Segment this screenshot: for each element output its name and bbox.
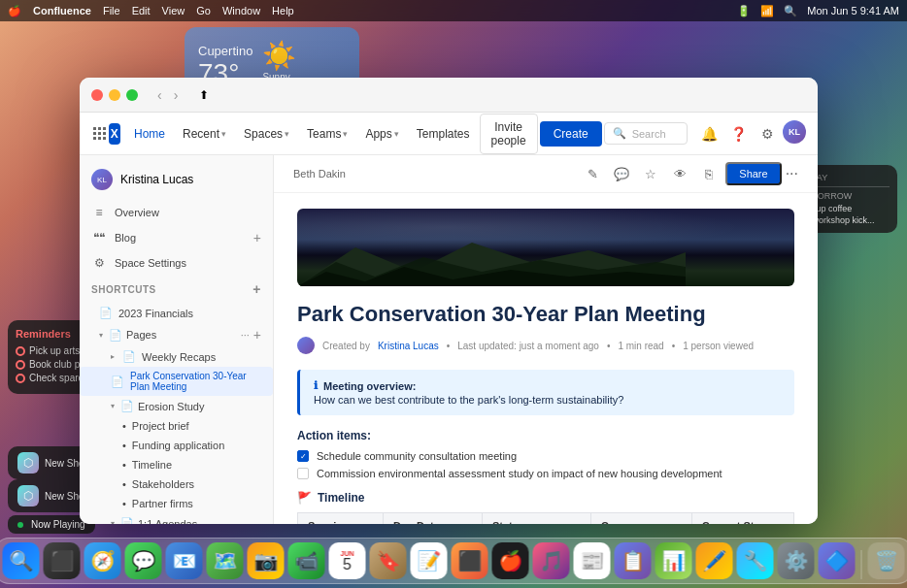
sidebar-overview[interactable]: ≡ Overview <box>80 200 273 225</box>
dock-arc[interactable]: 🔷 <box>819 542 856 579</box>
app-grid-button[interactable] <box>91 120 107 147</box>
sidebar-park-conservation[interactable]: 📄 Park Conservation 30-Year Plan Meeting <box>80 367 273 396</box>
nav-recent[interactable]: Recent ▾ <box>175 121 234 147</box>
settings-button[interactable]: ⚙ <box>754 120 781 147</box>
forward-arrow[interactable]: › <box>170 85 183 105</box>
nav-templates[interactable]: Templates <box>409 121 478 147</box>
nav-teams[interactable]: Teams ▾ <box>299 121 355 147</box>
menu-file[interactable]: File <box>103 5 120 16</box>
dock-music[interactable]: 🎵 <box>533 542 570 579</box>
sidebar-space-settings[interactable]: ⚙ Space Settings <box>80 250 273 276</box>
edit-icon[interactable]: ✎ <box>580 161 605 186</box>
pages-expand-arrow: ▾ <box>99 331 103 340</box>
sidebar-financials[interactable]: 📄 2023 Financials <box>80 303 273 323</box>
dock-systemprefs[interactable]: ⚙️ <box>778 542 815 579</box>
dock-mango[interactable]: ⬛ <box>452 542 488 579</box>
minimize-button[interactable] <box>109 89 120 101</box>
dock: 🔍 ⬛ 🧭 💬 📧 🗺️ 📷 📹 JUN 5 🔖 📝 ⬛ 🍎 🎵 📰 📋 📊 🖊… <box>0 538 907 584</box>
recent-chevron: ▾ <box>221 129 226 139</box>
dock-launchpad[interactable]: ⬛ <box>44 542 81 579</box>
copy-icon[interactable]: ⎘ <box>696 161 722 186</box>
user-avatar[interactable]: KL <box>783 120 806 144</box>
search-box[interactable]: 🔍 Search <box>604 122 688 145</box>
dock-facetime[interactable]: 📹 <box>288 542 325 579</box>
teams-chevron: ▾ <box>343 129 348 139</box>
create-button[interactable]: Create <box>540 121 602 147</box>
nav-spaces[interactable]: Spaces ▾ <box>236 121 297 147</box>
dock-reminders[interactable]: 📝 <box>411 542 448 579</box>
maximize-button[interactable] <box>126 89 138 101</box>
watch-icon[interactable]: 👁 <box>667 161 692 186</box>
reminder-circle-3 <box>16 374 25 383</box>
agendas-icon: 📄 <box>120 517 134 524</box>
notifications-button[interactable]: 🔔 <box>695 120 722 147</box>
hero-mountains-svg <box>297 243 686 286</box>
more-options-button[interactable]: ··· <box>786 165 798 182</box>
menu-edit[interactable]: Edit <box>132 5 151 16</box>
table-header-status: Status <box>482 513 590 525</box>
help-button[interactable]: ❓ <box>724 120 752 147</box>
dock-numbers[interactable]: 📊 <box>655 542 692 579</box>
back-arrow[interactable]: ‹ <box>153 85 166 105</box>
timeline-label: Timeline <box>318 491 364 505</box>
menubar-search[interactable]: 🔍 <box>784 5 797 17</box>
dock-taskmanager[interactable]: 📋 <box>615 542 652 579</box>
checkbox-2[interactable] <box>297 468 309 479</box>
menu-view[interactable]: View <box>162 5 185 16</box>
sidebar-stakeholders[interactable]: • Stakeholders <box>80 474 273 494</box>
dock-mail[interactable]: 📧 <box>166 542 203 579</box>
close-button[interactable] <box>91 89 103 101</box>
apple-menu[interactable]: 🍎 <box>8 5 21 17</box>
checkbox-item-2: Commission environmental assessment stud… <box>297 468 794 479</box>
dock-appstore[interactable]: 🔧 <box>737 542 774 579</box>
blog-add-button[interactable]: + <box>253 230 261 245</box>
share-icon[interactable]: ⬆ <box>197 88 211 102</box>
sidebar-erosion-study[interactable]: ▾ 📄 Erosion Study <box>80 396 273 416</box>
breadcrumb: Beth Dakin <box>293 168 574 180</box>
sidebar-blog[interactable]: ❝❝ Blog + <box>80 225 273 250</box>
app-name[interactable]: Confluence <box>33 5 91 16</box>
sidebar-timeline[interactable]: • Timeline <box>80 455 273 474</box>
dock-photos[interactable]: 📷 <box>248 542 285 579</box>
meta-read-time: 1 min read <box>618 341 663 351</box>
menu-help[interactable]: Help <box>272 5 294 16</box>
funding-icon: • <box>122 440 126 451</box>
timeline-header: 🚩 Timeline <box>297 491 794 505</box>
dock-pages[interactable]: 🖊️ <box>696 542 733 579</box>
nav-home[interactable]: Home <box>126 121 173 147</box>
dock-messages[interactable]: 💬 <box>125 542 162 579</box>
checkbox-1[interactable]: ✓ <box>297 450 309 462</box>
stakeholders-icon: • <box>122 478 126 490</box>
erosion-expand-arrow: ▾ <box>111 402 115 410</box>
dock-calendar[interactable]: JUN 5 <box>329 542 366 579</box>
invite-people-button[interactable]: Invite people <box>480 114 538 154</box>
dock-safari[interactable]: 🧭 <box>84 542 121 579</box>
star-icon[interactable]: ☆ <box>638 161 663 186</box>
nav-apps[interactable]: Apps ▾ <box>357 121 406 147</box>
sidebar-weekly-recaps[interactable]: ▸ 📄 Weekly Recaps <box>80 346 273 367</box>
blog-icon: ❝❝ <box>91 230 107 245</box>
meta-created-label: Created by <box>322 341 370 351</box>
content-area: Beth Dakin ✎ 💬 ☆ 👁 ⎘ Share ··· <box>274 155 818 524</box>
pages-add-button[interactable]: + <box>253 327 261 343</box>
sidebar-partner-firms[interactable]: • Partner firms <box>80 494 273 513</box>
shortcuts-add-button[interactable]: + <box>252 281 261 297</box>
sidebar-funding[interactable]: • Funding application <box>80 436 273 455</box>
share-button[interactable]: Share <box>725 162 781 185</box>
sidebar-project-brief[interactable]: • Project brief <box>80 416 273 436</box>
dock-maps[interactable]: 🗺️ <box>207 542 244 579</box>
dock-trash[interactable]: 🗑️ <box>868 542 905 579</box>
pages-more-button[interactable]: ··· <box>241 329 250 341</box>
weather-icon: ☀️ <box>262 40 307 72</box>
shortcuts-header: SHORTCUTS + <box>80 276 273 303</box>
menu-go[interactable]: Go <box>196 5 211 16</box>
dock-news[interactable]: 📰 <box>574 542 611 579</box>
sidebar-agendas[interactable]: ▾ 📄 1:1 Agendas <box>80 513 273 524</box>
dock-finder[interactable]: 🔍 <box>3 542 40 579</box>
dock-contacts[interactable]: 🔖 <box>370 542 407 579</box>
comment-icon[interactable]: 💬 <box>609 161 634 186</box>
sidebar-pages[interactable]: ▾ 📄 Pages ··· + <box>80 323 273 346</box>
dock-appletv[interactable]: 🍎 <box>492 542 529 579</box>
nav-arrows: ‹ › <box>153 85 182 105</box>
menu-window[interactable]: Window <box>222 5 260 16</box>
